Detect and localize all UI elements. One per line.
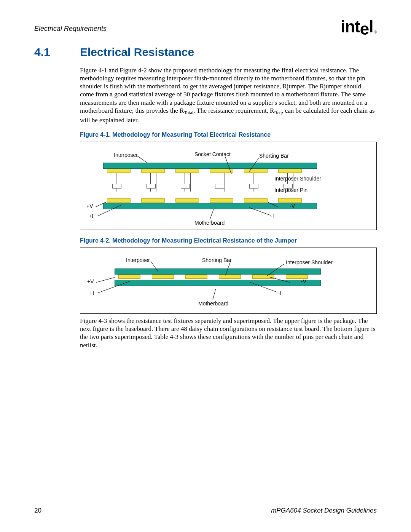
page-number: 20 bbox=[34, 507, 41, 514]
intel-logo: intel® bbox=[341, 19, 377, 34]
figure-2: Interposer Shorting Bar Interposer Shoul… bbox=[80, 248, 377, 314]
figure-1-caption: Figure 4-1. Methodology for Measuring To… bbox=[80, 131, 377, 139]
figure-2-caption: Figure 4-2. Methodology for Measuring El… bbox=[80, 237, 377, 244]
body-text-2: Figure 4-3 shows the resistance test fix… bbox=[80, 317, 377, 349]
doc-title-footer: mPGA604 Socket Design Guidelines bbox=[271, 507, 377, 514]
section-heading: 4.1Electrical Resistance bbox=[34, 46, 377, 59]
section-number: 4.1 bbox=[34, 46, 80, 59]
section-title: Electrical Resistance bbox=[80, 46, 194, 58]
body-text-1: Figure 4-1 and Figure 4-2 show the propo… bbox=[80, 66, 377, 124]
figure-1: Interposer Socket Contact Shorting Bar I… bbox=[80, 142, 377, 230]
running-header: Electrical Requirements bbox=[34, 25, 107, 33]
